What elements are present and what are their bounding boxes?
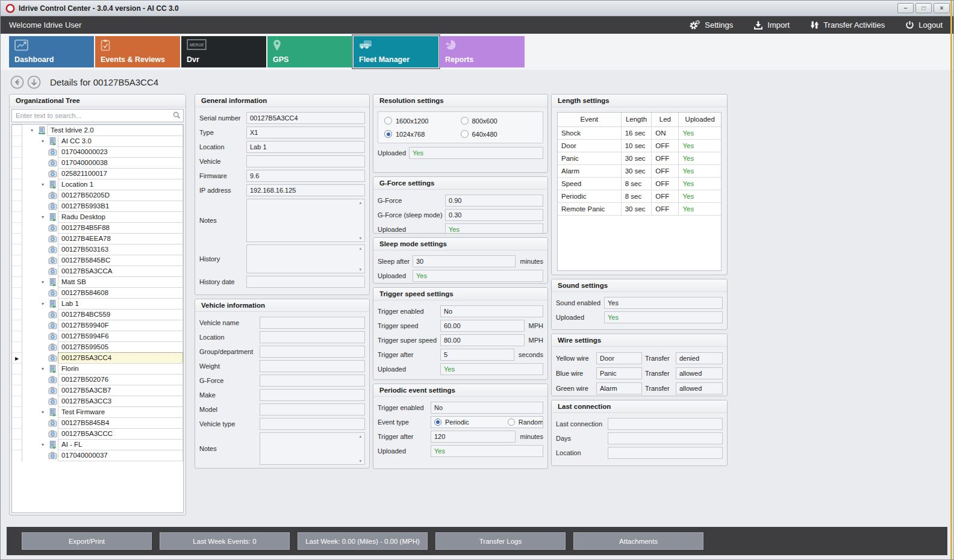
expander-icon[interactable]: ▾ — [38, 363, 48, 375]
firmware-field[interactable]: 9.6 — [246, 170, 365, 182]
last-connection-field[interactable] — [608, 418, 723, 430]
tree-node[interactable]: ▾Radu Desktop — [12, 211, 183, 223]
expander-icon[interactable]: ▾ — [38, 298, 48, 310]
tab-gps[interactable]: GPS — [267, 36, 352, 67]
tree-node[interactable]: 00127B5845B4 — [12, 417, 183, 429]
location-field[interactable] — [260, 331, 365, 343]
vehicle-field[interactable] — [246, 155, 365, 167]
vehicle-name-field[interactable] — [260, 317, 365, 329]
tree-node[interactable]: ▾Location 1 — [12, 179, 183, 190]
sound-enabled-field[interactable]: Yes — [604, 297, 723, 309]
tab-reports[interactable]: Reports — [440, 36, 525, 67]
tree-node[interactable]: 00127B5A3CC3 — [12, 396, 183, 407]
export-print-button[interactable]: Export/Print — [22, 532, 152, 550]
table-row[interactable]: Panic30 secOFFYes — [558, 152, 721, 164]
location-field[interactable] — [608, 447, 723, 459]
expander-icon[interactable]: ▾ — [38, 439, 48, 450]
green-wire-transfer-field[interactable]: allowed — [676, 382, 723, 394]
trigger-enabled-field[interactable]: No — [440, 305, 543, 317]
weight-field[interactable] — [260, 360, 365, 372]
scroll-down-button[interactable] — [27, 75, 41, 89]
tree-node[interactable]: 025821100017 — [12, 168, 183, 179]
tree-node[interactable]: ▾AI CC 3.0 — [12, 135, 183, 147]
trigger-after-field[interactable]: 5 — [440, 349, 514, 361]
trigger-super-speed-field[interactable]: 80.00 — [440, 334, 525, 346]
settings-button[interactable]: Settings — [689, 20, 733, 30]
green-wire-field[interactable]: Alarm — [596, 382, 642, 394]
history-date-field[interactable] — [246, 276, 365, 288]
tab-events-reviews[interactable]: Events & Reviews — [95, 36, 180, 67]
table-row[interactable]: Door10 secOFFYes — [558, 139, 721, 152]
last-week-button[interactable]: Last Week: 0.00 (Miles) - 0.00 (MPH) — [298, 532, 428, 550]
1600x1200-radio[interactable] — [384, 117, 392, 125]
tree-node[interactable]: 00127B599505 — [12, 341, 183, 353]
table-row[interactable]: Alarm30 secOFFYes — [558, 164, 721, 177]
trigger-speed-field[interactable]: 60.00 — [440, 320, 525, 332]
tree-node[interactable]: 00127B584608 — [12, 287, 183, 299]
maximize-button[interactable]: □ — [915, 3, 932, 13]
g-force-field[interactable]: 0.90 — [445, 194, 543, 207]
random-radio[interactable] — [508, 418, 515, 426]
attachments-button[interactable]: Attachments — [573, 532, 703, 550]
tree-node[interactable]: 00127B502076 — [12, 374, 183, 385]
expander-icon[interactable]: ▾ — [38, 179, 48, 190]
tree-node[interactable]: 00127B5993B1 — [12, 201, 183, 212]
column-header-length[interactable]: Length — [621, 113, 652, 126]
days-field[interactable] — [608, 432, 723, 444]
tree-node[interactable]: ▾Florin — [12, 363, 183, 375]
import-button[interactable]: Import — [753, 20, 790, 30]
tree-node[interactable]: 017040000037 — [12, 450, 183, 461]
logout-button[interactable]: Logout — [905, 20, 943, 30]
sleep-after-field[interactable]: 30 — [413, 255, 516, 267]
tab-dashboard[interactable]: Dashboard — [9, 36, 94, 67]
minimize-button[interactable]: – — [897, 3, 914, 13]
group-department-field[interactable] — [260, 346, 365, 358]
tree-node[interactable]: 00127B503163 — [12, 244, 183, 255]
expander-icon[interactable]: ▾ — [38, 276, 48, 288]
tree-node[interactable]: ▾Test Firmware — [12, 406, 183, 418]
transfer-logs-button[interactable]: Transfer Logs — [435, 532, 566, 550]
type-field[interactable]: X1 — [246, 126, 365, 138]
uploaded-field[interactable]: Yes — [440, 363, 543, 375]
table-row[interactable]: Remote Panic30 secOFFYes — [558, 202, 721, 215]
uploaded-field[interactable]: Yes — [413, 270, 543, 282]
blue-wire-transfer-field[interactable]: allowed — [676, 367, 723, 379]
tab-dvr[interactable]: MERGEDvr — [181, 36, 266, 67]
transfer-activities-button[interactable]: Transfer Activities — [810, 20, 885, 30]
tree-node[interactable]: 00127B5994F6 — [12, 331, 183, 342]
notes-textarea[interactable]: ▲▼ — [246, 199, 365, 242]
tree-node[interactable]: ▾AI - FL — [12, 439, 183, 450]
periodic-radio[interactable] — [434, 418, 441, 426]
blue-wire-field[interactable]: Panic — [596, 367, 642, 379]
expander-icon[interactable]: ▾ — [38, 135, 48, 147]
tree-node[interactable]: 00127B59940F — [12, 320, 183, 331]
yellow-wire-transfer-field[interactable]: denied — [676, 352, 723, 364]
tree-node[interactable]: 00127B50205D — [12, 190, 183, 201]
model-field[interactable] — [260, 403, 365, 415]
640x480-radio[interactable] — [461, 130, 469, 138]
uploaded-field[interactable]: Yes — [431, 445, 543, 457]
tree-node[interactable]: 017040000038 — [12, 157, 183, 169]
table-row[interactable]: Periodic8 secOFFYes — [558, 190, 721, 202]
serial-number-field[interactable]: 00127B5A3CC4 — [246, 112, 365, 124]
tree-node[interactable]: ▾Test Idrive 2.0 — [12, 125, 183, 136]
tree-node[interactable]: 00127B4B5F88 — [12, 222, 183, 234]
expander-icon[interactable]: ▾ — [38, 211, 48, 223]
column-header-event[interactable]: Event — [558, 113, 621, 126]
table-row[interactable]: Shock16 secONYes — [558, 126, 721, 139]
vehicle-type-field[interactable] — [260, 418, 365, 430]
tree-search-input[interactable] — [11, 109, 184, 122]
tree-node[interactable]: ▾Lab 1 — [12, 298, 183, 310]
history-textarea[interactable]: ▲▼ — [246, 244, 365, 273]
tab-fleet-manager[interactable]: Fleet Manager — [354, 36, 438, 67]
trigger-enabled-field[interactable]: No — [431, 402, 543, 414]
800x600-radio[interactable] — [461, 117, 469, 125]
tree-node[interactable]: ▶00127B5A3CC4 — [12, 352, 183, 364]
1024x768-radio[interactable] — [384, 130, 392, 138]
table-row[interactable]: Speed8 secOFFYes — [558, 177, 721, 190]
g-force-field[interactable] — [260, 375, 365, 387]
make-field[interactable] — [260, 389, 365, 401]
tree-node[interactable]: ▾Matt SB — [12, 276, 183, 288]
tree-node[interactable]: 00127B5A3CB7 — [12, 385, 183, 396]
last-week-events-button[interactable]: Last Week Events: 0 — [160, 532, 290, 550]
